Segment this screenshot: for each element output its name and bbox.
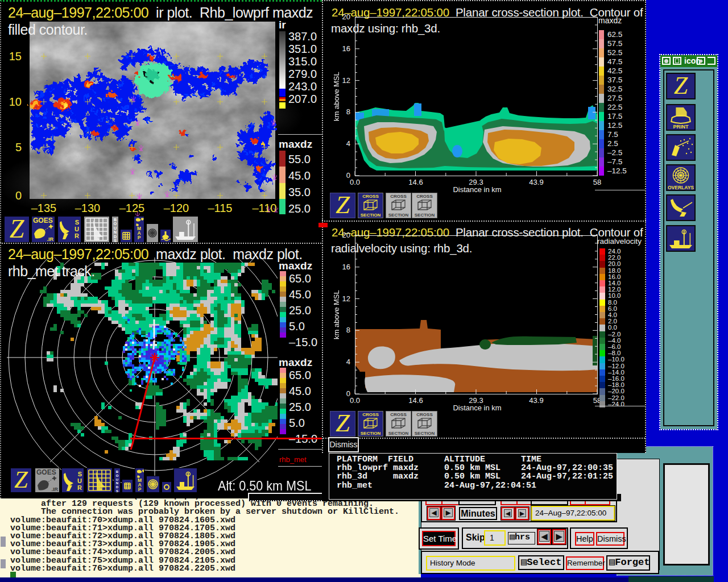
svg-text:P: P — [138, 235, 141, 240]
svg-text:U: U — [75, 226, 79, 232]
svg-text:Z: Z — [14, 468, 28, 492]
svg-text:OVERLAYS: OVERLAYS — [668, 185, 694, 190]
svg-text:O: O — [116, 474, 119, 477]
svg-text:S: S — [75, 219, 79, 226]
svg-text:B: B — [116, 470, 119, 473]
svg-text:S: S — [114, 239, 117, 242]
svg-text:D: D — [116, 485, 119, 489]
svg-text:U: U — [114, 226, 117, 230]
svg-text:Z: Z — [10, 217, 24, 242]
svg-text:Z: Z — [674, 74, 688, 98]
svg-text:GOES: GOES — [33, 217, 53, 225]
svg-text:Z: Z — [336, 411, 350, 436]
svg-text:O: O — [114, 222, 117, 226]
svg-text:N: N — [116, 481, 118, 485]
svg-text:U: U — [116, 478, 118, 481]
svg-text:P: P — [138, 487, 142, 492]
svg-text:R: R — [77, 484, 82, 491]
svg-text:S: S — [116, 489, 118, 492]
svg-text:D: D — [114, 235, 117, 239]
svg-text:S: S — [78, 471, 82, 477]
svg-text:B: B — [114, 218, 117, 222]
svg-text:GOES: GOES — [36, 468, 56, 476]
svg-text:U: U — [77, 477, 82, 484]
svg-text:.IR: .IR — [47, 236, 53, 242]
svg-text:R: R — [75, 232, 79, 239]
svg-text:.IR: .IR — [51, 487, 58, 492]
svg-text:Z: Z — [336, 193, 350, 218]
svg-text:PRINT: PRINT — [673, 124, 689, 130]
svg-text:N: N — [114, 230, 117, 234]
